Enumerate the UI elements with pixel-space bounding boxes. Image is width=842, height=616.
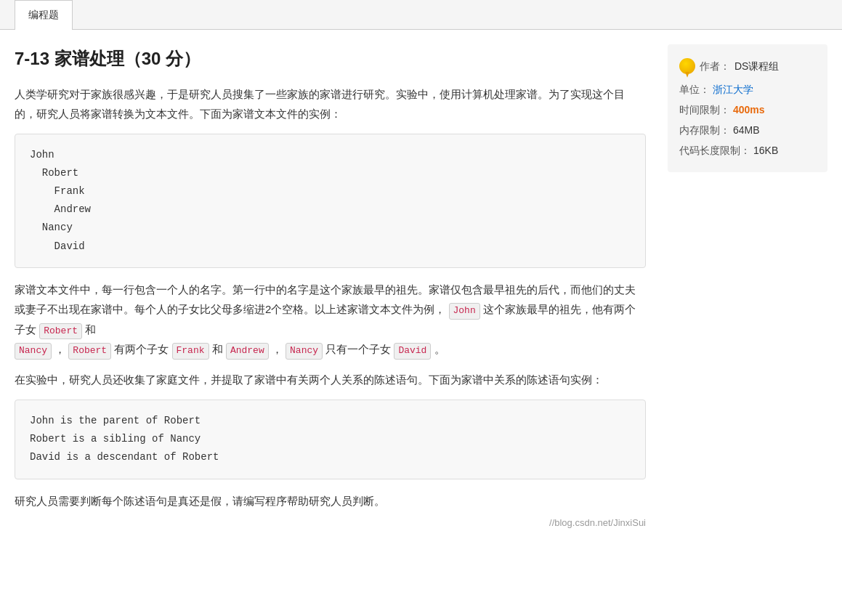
intro-text: 人类学研究对于家族很感兴趣，于是研究人员搜集了一些家族的家谱进行研究。实验中，使… <box>15 84 646 123</box>
code-line: David <box>30 238 631 256</box>
inline-name-andrew: Andrew <box>226 343 269 360</box>
sidebar-memory-row: 内存限制： 64MB <box>679 120 816 140</box>
sidebar-code-limit-row: 代码长度限制： 16KB <box>679 140 816 161</box>
watermark: //blog.csdn.net/JinxiSui <box>15 515 646 531</box>
sidebar-author-value: DS课程组 <box>734 56 779 76</box>
problem-title: 7-13 家谱处理（30 分） <box>15 44 646 74</box>
sidebar-time-row: 时间限制： 400ms <box>679 100 816 120</box>
sidebar-author-row: 作者： DS课程组 <box>679 56 816 76</box>
sidebar-memory-label: 内存限制： <box>679 120 730 140</box>
conclusion-part1: 研究人员需要判断每个陈述语句是真还是假，请编写程序帮助研究人员判断。 <box>15 495 385 507</box>
code-line-stmt2: Robert is a sibling of Nancy <box>30 430 631 448</box>
body-text-part4: ， <box>54 343 65 355</box>
sidebar-code-limit-label: 代码长度限制： <box>679 140 750 161</box>
code-line: Nancy <box>30 219 631 237</box>
conclusion-text: 研究人员需要判断每个陈述语句是真还是假，请编写程序帮助研究人员判断。 <box>15 491 646 511</box>
inline-name-frank: Frank <box>172 343 209 360</box>
inline-name-nancy: Nancy <box>15 343 52 360</box>
code-line: Andrew <box>30 200 631 219</box>
body-text-part9: 。 <box>434 343 445 355</box>
code-line-stmt3: David is a descendant of Robert <box>30 448 631 466</box>
body-text-part3: 和 <box>85 323 96 336</box>
sidebar-info-box: 作者： DS课程组 单位： 浙江大学 时间限制： 400ms 内存限制： 64M… <box>668 44 827 172</box>
inline-name-john: John <box>449 303 480 320</box>
sidebar-unit-row: 单位： 浙江大学 <box>679 79 816 100</box>
inline-name-robert2: Robert <box>68 343 111 360</box>
code-line: John <box>30 146 631 164</box>
inline-name-nancy2: Nancy <box>286 343 323 360</box>
sidebar-unit-value: 浙江大学 <box>713 79 753 100</box>
inline-name-david: David <box>394 343 431 360</box>
code-block-genealogy: John Robert Frank Andrew Nancy David <box>15 134 646 268</box>
sidebar-time-label: 时间限制： <box>679 100 730 120</box>
body-text-part6: 和 <box>212 343 226 355</box>
main-content: 7-13 家谱处理（30 分） 人类学研究对于家族很感兴趣，于是研究人员搜集了一… <box>15 44 646 531</box>
sidebar-memory-value: 64MB <box>733 120 760 140</box>
code-line-stmt1: John is the parent of Robert <box>30 412 631 430</box>
inline-name-robert: Robert <box>39 323 82 340</box>
sidebar-unit-label: 单位： <box>679 79 710 100</box>
body-text-part5: 有两个子女 <box>114 343 171 355</box>
sidebar-author-label: 作者： <box>700 56 730 76</box>
code-block-statements: John is the parent of Robert Robert is a… <box>15 400 646 479</box>
code-line: Robert <box>30 164 631 182</box>
sidebar-code-limit-value: 16KB <box>753 140 778 161</box>
sidebar-time-value: 400ms <box>733 100 765 120</box>
tab-bar: 编程题 <box>0 0 842 30</box>
body-text-part8: 只有一个子女 <box>325 343 394 355</box>
code-line: Frank <box>30 182 631 200</box>
body-text-part7: ， <box>272 343 283 355</box>
body-paragraph-1: 家谱文本文件中，每一行包含一个人的名字。第一行中的名字是这个家族最早的祖先。家谱… <box>15 280 646 360</box>
medal-icon <box>679 58 695 74</box>
tab-programming[interactable]: 编程题 <box>15 0 73 30</box>
sidebar: 作者： DS课程组 单位： 浙江大学 时间限制： 400ms 内存限制： 64M… <box>668 44 827 531</box>
body-paragraph-2: 在实验中，研究人员还收集了家庭文件，并提取了家谱中有关两个人关系的陈述语句。下面… <box>15 370 646 389</box>
